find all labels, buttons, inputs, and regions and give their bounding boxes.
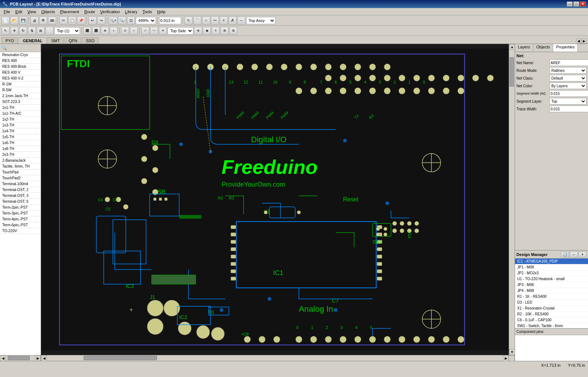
- active-layer-select[interactable]: Top (1): [54, 27, 80, 34]
- thermal-tool[interactable]: ⊕: [194, 27, 202, 35]
- align-tool[interactable]: ▤: [37, 27, 45, 35]
- netname-input[interactable]: [549, 59, 588, 66]
- vscroll-thumb[interactable]: [510, 57, 514, 87]
- list-item[interactable]: Terminal-OST, 3: [0, 193, 41, 199]
- tab-layers[interactable]: Layers: [515, 44, 533, 52]
- list-item[interactable]: R-5W: [0, 87, 41, 93]
- list-item[interactable]: Terminal-100mil: [0, 181, 41, 187]
- move-tool[interactable]: ✛: [10, 27, 18, 35]
- via-tool[interactable]: ⊙: [121, 27, 129, 35]
- close-button[interactable]: ✕: [580, 1, 586, 7]
- save-button[interactable]: 💾: [19, 17, 27, 25]
- component-pins-list[interactable]: [515, 335, 588, 361]
- dm-item[interactable]: JP1 - M08: [515, 264, 588, 270]
- dm-item[interactable]: JP2 - MO2x3: [515, 270, 588, 276]
- menu-objects[interactable]: Objects: [39, 9, 57, 15]
- dm-item[interactable]: C6 - 0.1uF - CAP100: [515, 317, 588, 323]
- dim-tool[interactable]: ↔: [237, 17, 245, 25]
- list-item[interactable]: 1x4-TH: [0, 128, 41, 134]
- undo-button[interactable]: ↩: [88, 17, 96, 25]
- list-item[interactable]: 2.1mm Jack-TH: [0, 93, 41, 99]
- zoom-in-button[interactable]: 🔍+: [109, 17, 117, 25]
- circle-tool[interactable]: ○: [202, 17, 210, 25]
- arc-tool[interactable]: ⌒: [193, 17, 201, 25]
- hscroll-left-btn[interactable]: ◀: [0, 355, 6, 361]
- list-item[interactable]: 1x1-TH-A/C: [0, 111, 41, 117]
- tab-properties[interactable]: Properties: [553, 44, 578, 52]
- hscroll-left-thumb[interactable]: [8, 356, 30, 360]
- open-button[interactable]: 📂: [10, 17, 18, 25]
- zoom-fit-button[interactable]: ⊡: [127, 17, 135, 25]
- dm-item[interactable]: R1 - 1K - RES400: [515, 294, 588, 300]
- list-item[interactable]: Term-4pin,-PST: [0, 216, 41, 222]
- menu-view[interactable]: View: [25, 9, 39, 15]
- list-item[interactable]: RES 400: [0, 58, 41, 64]
- menu-file[interactable]: File: [1, 9, 12, 15]
- tab-smt[interactable]: SMT: [47, 37, 64, 44]
- zoom-select[interactable]: 499%: [136, 17, 156, 24]
- dm-item[interactable]: D3 - LED: [515, 300, 588, 305]
- list-item[interactable]: Tactile, 6mm, TH: [0, 164, 41, 169]
- dm-item[interactable]: JP3 - M06: [515, 282, 588, 288]
- new-button[interactable]: 📄: [1, 17, 10, 25]
- paste-button[interactable]: 📌: [77, 17, 85, 25]
- unit-input[interactable]: [159, 17, 181, 24]
- routemode-select[interactable]: Ratlines Route Locked: [549, 67, 587, 74]
- list-item[interactable]: Term-3pin,-PST: [0, 211, 41, 216]
- tab-prev-button[interactable]: ◀: [576, 39, 581, 44]
- cut-button[interactable]: ✂: [59, 17, 67, 25]
- flip-tool[interactable]: ⇅: [28, 27, 36, 35]
- minimize-button[interactable]: ─: [567, 1, 573, 7]
- list-item[interactable]: 1x5-TH: [0, 134, 41, 140]
- list-item[interactable]: Term-2pin,-PST: [0, 205, 41, 211]
- netlist-tool[interactable]: ≡: [212, 27, 220, 35]
- hscroll-track[interactable]: [47, 355, 503, 361]
- list-item[interactable]: Resonator-Crys: [0, 52, 41, 58]
- layer-select[interactable]: Top Assy: [246, 17, 275, 24]
- text-tool[interactable]: A: [229, 17, 237, 25]
- dm-collapse-btn[interactable]: ─: [570, 252, 578, 257]
- dm-item[interactable]: R2 - 10K - RES400: [515, 311, 588, 317]
- menu-route[interactable]: Route: [82, 9, 97, 15]
- netclass-select[interactable]: Default: [549, 75, 587, 81]
- dm-expand-btn[interactable]: +: [578, 252, 587, 257]
- side-select[interactable]: Top Side: [168, 27, 193, 34]
- hscroll-left-btn[interactable]: ◀: [41, 355, 47, 361]
- netcolor-select[interactable]: By Layers Custom: [549, 83, 587, 89]
- copper-tool[interactable]: ▪: [110, 27, 118, 35]
- hscroll-left-track[interactable]: [6, 355, 35, 361]
- 3dv-tool[interactable]: ⊞: [220, 27, 229, 35]
- rotate-tool[interactable]: ↻: [19, 27, 27, 35]
- list-item[interactable]: TouchPad: [0, 169, 41, 175]
- select-tool[interactable]: ↖: [185, 17, 193, 25]
- route-tool[interactable]: ⬛: [83, 27, 91, 35]
- dm-item[interactable]: JP4 - M08: [515, 288, 588, 294]
- arrow-tool[interactable]: ↖: [1, 27, 10, 35]
- fan-tool[interactable]: ⊕: [101, 27, 109, 35]
- print-button[interactable]: 🖨: [30, 17, 39, 25]
- plus-tool[interactable]: +: [220, 17, 228, 25]
- list-item[interactable]: RES 400-Brick: [0, 64, 41, 70]
- list-item[interactable]: R-1W: [0, 81, 41, 87]
- print-preview-button[interactable]: 👁: [39, 17, 47, 25]
- vscroll-up-btn[interactable]: ▲: [509, 44, 515, 50]
- zoom-out-button[interactable]: 🔍-: [118, 17, 126, 25]
- dm-item[interactable]: SW1 - Switch, Tactile - 6mm: [515, 323, 588, 328]
- pcb-canvas-area[interactable]: FTDI: [41, 44, 509, 355]
- highlight-tool[interactable]: ◉: [203, 27, 211, 35]
- menu-tools[interactable]: Tools: [140, 9, 154, 15]
- hscroll-right-btn[interactable]: ▶: [503, 355, 509, 361]
- maximize-button[interactable]: □: [573, 1, 579, 7]
- dm-item[interactable]: X1 - Resonator-Crystal: [515, 305, 588, 311]
- group-tool[interactable]: ⬜: [45, 27, 54, 35]
- hscroll-left-right-btn[interactable]: ▶: [35, 355, 41, 361]
- hscroll-thumb[interactable]: [84, 356, 157, 360]
- dm-refresh-btn[interactable]: 🔄: [561, 252, 569, 257]
- 3d-button[interactable]: 3D: [48, 17, 56, 25]
- rat-tool[interactable]: 〰: [150, 27, 158, 35]
- menu-verification[interactable]: Verification: [98, 9, 122, 15]
- drc-tool[interactable]: ✓: [141, 27, 149, 35]
- list-item[interactable]: RES 400 V: [0, 70, 41, 76]
- list-item[interactable]: 2-BananaJack: [0, 158, 41, 164]
- wave-tool[interactable]: 〜: [211, 17, 219, 25]
